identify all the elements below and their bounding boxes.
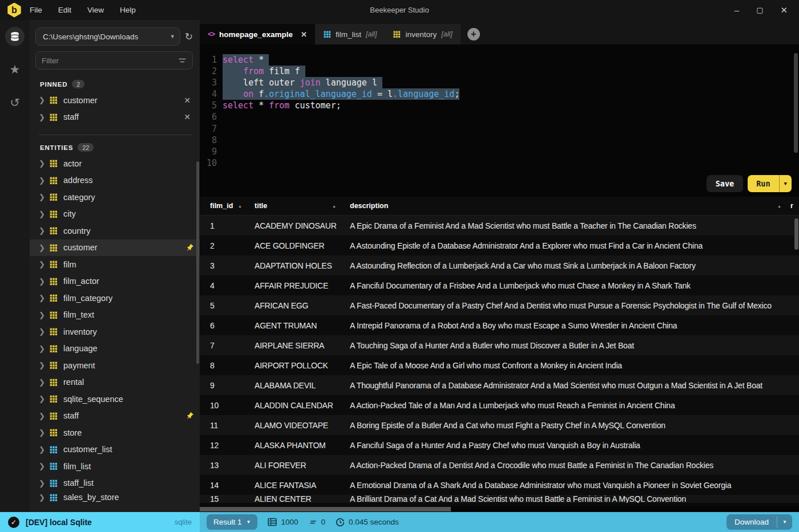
chevron-right-icon[interactable]: ❯ [39, 210, 49, 218]
chevron-right-icon[interactable]: ❯ [39, 226, 49, 235]
column-header-r[interactable]: r [785, 202, 799, 210]
tab-inventory[interactable]: inventory[all] [385, 24, 460, 44]
close-button[interactable]: ✕ [780, 5, 788, 15]
tab-homepage_example[interactable]: <>homepage_example✕ [200, 24, 315, 44]
pinned-item-customer[interactable]: ❯customer✕ [30, 92, 200, 109]
database-selector[interactable]: C:\Users\ghstng\Downloads ▼ [35, 27, 180, 46]
table-row[interactable]: 7AIRPLANE SIERRAA Touching Saga of a Hun… [200, 335, 799, 355]
entity-item-film_list[interactable]: ❯film_list [30, 458, 200, 475]
entity-item-customer[interactable]: ❯customer [30, 239, 200, 257]
unpin-close-icon[interactable]: ✕ [180, 96, 194, 105]
entity-item-payment[interactable]: ❯payment [30, 357, 200, 374]
entity-item-film[interactable]: ❯film [30, 256, 200, 273]
table-row[interactable]: 1ACADEMY DINOSAURA Epic Drama of a Femin… [200, 216, 799, 235]
column-header-description[interactable]: description▲ [340, 202, 785, 210]
entity-item-country[interactable]: ❯country [30, 222, 200, 239]
editor-scrollbar[interactable] [794, 53, 798, 153]
sql-editor[interactable]: 1select * 2 from film f 3 left outer joi… [200, 44, 799, 197]
chevron-right-icon[interactable]: ❯ [39, 327, 49, 336]
table-row[interactable]: 4AFFAIR PREJUDICEA Fanciful Documentary … [200, 275, 799, 295]
menu-edit[interactable]: Edit [58, 6, 71, 14]
entity-item-sqlite_sequence[interactable]: ❯sqlite_sequence [30, 391, 200, 408]
run-button[interactable]: Run [748, 175, 778, 192]
menu-help[interactable]: Help [120, 6, 136, 14]
favorites-panel-button[interactable]: ★ [5, 60, 25, 79]
chevron-right-icon[interactable]: ❯ [39, 445, 49, 454]
sidebar-scrollbar[interactable] [196, 161, 199, 364]
new-tab-button[interactable]: + [467, 28, 480, 40]
tab-close-icon[interactable]: ✕ [301, 30, 307, 39]
chevron-right-icon[interactable]: ❯ [39, 193, 49, 201]
entity-item-store[interactable]: ❯store [30, 424, 200, 441]
connection-status[interactable]: ✓ [DEV] local Sqlite sqlite [0, 512, 200, 532]
chevron-right-icon[interactable]: ❯ [39, 344, 49, 353]
entity-item-staff_list[interactable]: ❯staff_list [30, 475, 200, 492]
table-row[interactable]: 13ALI FOREVERA Action-Packed Drama of a … [200, 455, 799, 475]
history-panel-button[interactable]: ↺ [5, 93, 25, 112]
table-row[interactable]: 12ALASKA PHANTOMA Fanciful Saga of a Hun… [200, 435, 799, 455]
result-selector-button[interactable]: Result 1 ▼ [207, 514, 257, 530]
filter-input[interactable] [42, 56, 178, 65]
column-header-film_id[interactable]: film_id▲ [200, 202, 245, 210]
chevron-right-icon[interactable]: ❯ [39, 176, 49, 185]
entity-item-category[interactable]: ❯category [30, 189, 200, 206]
entity-item-address[interactable]: ❯address [30, 172, 200, 189]
table-row[interactable]: 8AIRPORT POLLOCKA Epic Tale of a Moose A… [200, 355, 799, 375]
table-row[interactable]: 14ALICE FANTASIAA Emotional Drama of a A… [200, 475, 799, 495]
download-button[interactable]: Download [727, 514, 777, 530]
entity-item-actor[interactable]: ❯actor [30, 155, 200, 172]
chevron-right-icon[interactable]: ❯ [39, 294, 49, 302]
run-options-dropdown[interactable]: ▼ [779, 175, 792, 192]
entity-item-language[interactable]: ❯language [30, 340, 200, 358]
chevron-right-icon[interactable]: ❯ [39, 113, 49, 121]
entity-item-film_actor[interactable]: ❯film_actor [30, 273, 200, 290]
chevron-right-icon[interactable]: ❯ [39, 311, 49, 319]
column-header-title[interactable]: title▲ [245, 202, 340, 210]
menu-file[interactable]: File [30, 6, 42, 14]
table-row[interactable]: 3ADAPTATION HOLESA Astounding Reflection… [200, 255, 799, 275]
menu-view[interactable]: View [87, 6, 104, 14]
chevron-right-icon[interactable]: ❯ [39, 361, 49, 369]
chevron-right-icon[interactable]: ❯ [39, 378, 49, 387]
download-options-dropdown[interactable]: ▼ [777, 516, 792, 528]
chevron-right-icon[interactable]: ❯ [39, 462, 49, 470]
chevron-right-icon[interactable]: ❯ [39, 412, 49, 420]
table-row[interactable]: 5AFRICAN EGGA Fast-Paced Documentary of … [200, 295, 799, 315]
pinned-item-staff[interactable]: ❯staff✕ [30, 109, 200, 126]
entity-item-city[interactable]: ❯city [30, 206, 200, 223]
tables-panel-button[interactable] [5, 27, 25, 46]
entity-item-customer_list[interactable]: ❯customer_list [30, 441, 200, 458]
entity-item-inventory[interactable]: ❯inventory [30, 323, 200, 340]
results-hscrollbar[interactable] [200, 507, 451, 511]
entity-item-film_category[interactable]: ❯film_category [30, 290, 200, 307]
chevron-right-icon[interactable]: ❯ [39, 159, 49, 168]
sort-arrow-icon[interactable]: ▲ [238, 204, 245, 208]
table-row[interactable]: 9ALABAMA DEVILA Thoughtful Panorama of a… [200, 375, 799, 395]
tab-film_list[interactable]: film_list[all] [315, 24, 385, 44]
save-button[interactable]: Save [707, 175, 744, 192]
chevron-right-icon[interactable]: ❯ [39, 96, 49, 104]
entity-item-staff[interactable]: ❯staff [30, 408, 200, 425]
chevron-right-icon[interactable]: ❯ [39, 493, 49, 502]
chevron-right-icon[interactable]: ❯ [39, 428, 49, 437]
chevron-right-icon[interactable]: ❯ [39, 395, 49, 403]
minimize-button[interactable]: – [735, 5, 739, 15]
maximize-button[interactable]: ▢ [756, 6, 763, 14]
chevron-right-icon[interactable]: ❯ [39, 277, 49, 286]
table-row[interactable]: 10ALADDIN CALENDARA Action-Packed Tale o… [200, 395, 799, 415]
refresh-icon[interactable]: ↻ [185, 31, 193, 43]
sort-arrow-icon[interactable]: ▲ [332, 204, 340, 208]
table-row[interactable]: 2ACE GOLDFINGERA Astounding Epistle of a… [200, 235, 799, 255]
entity-item-film_text[interactable]: ❯film_text [30, 307, 200, 324]
entity-item-rental[interactable]: ❯rental [30, 374, 200, 391]
sort-arrow-icon[interactable]: ▲ [777, 204, 785, 208]
chevron-right-icon[interactable]: ❯ [39, 243, 49, 252]
results-vscrollbar[interactable] [794, 218, 798, 250]
entity-item-sales_by_store[interactable]: ❯sales_by_store [30, 492, 200, 503]
chevron-right-icon[interactable]: ❯ [39, 479, 49, 488]
unpin-close-icon[interactable]: ✕ [180, 112, 194, 121]
chevron-right-icon[interactable]: ❯ [39, 260, 49, 269]
table-row[interactable]: 6AGENT TRUMANA Intrepid Panorama of a Ro… [200, 315, 799, 335]
table-row[interactable]: 11ALAMO VIDEOTAPEA Boring Epistle of a B… [200, 415, 799, 435]
table-row[interactable]: 15ALIEN CENTERA Brilliant Drama of a Cat… [200, 495, 799, 503]
